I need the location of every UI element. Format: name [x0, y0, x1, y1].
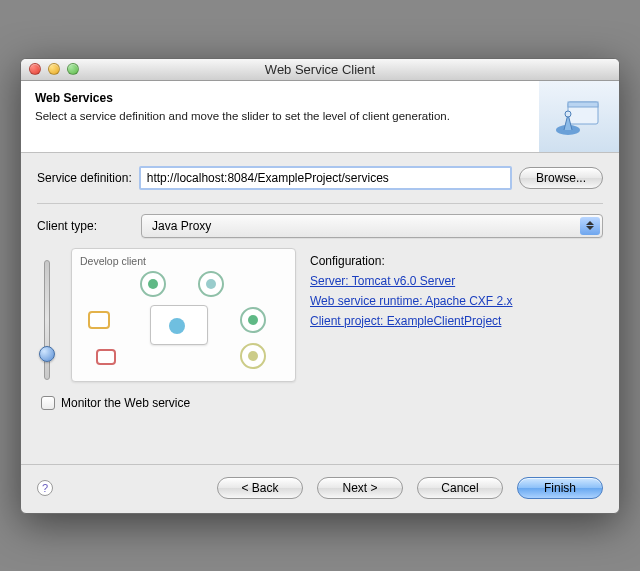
- slider-thumb[interactable]: [39, 346, 55, 362]
- wizard-banner: Web Services Select a service definition…: [21, 81, 619, 153]
- runtime-link[interactable]: Web service runtime: Apache CXF 2.x: [310, 294, 603, 308]
- window-title: Web Service Client: [21, 62, 619, 77]
- banner-heading: Web Services: [35, 91, 605, 105]
- titlebar: Web Service Client: [21, 59, 619, 81]
- cancel-button[interactable]: Cancel: [417, 477, 503, 499]
- svg-rect-1: [568, 102, 598, 107]
- wizard-window: Web Service Client Web Services Select a…: [20, 58, 620, 514]
- service-definition-row: Service definition: Browse...: [37, 167, 603, 189]
- configuration-column: Configuration: Server: Tomcat v6.0 Serve…: [310, 248, 603, 382]
- service-definition-label: Service definition:: [37, 171, 132, 185]
- window-controls: [21, 63, 79, 75]
- close-icon[interactable]: [29, 63, 41, 75]
- minimize-icon[interactable]: [48, 63, 60, 75]
- banner-description: Select a service definition and move the…: [35, 109, 475, 125]
- separator: [37, 203, 603, 204]
- wizard-content: Service definition: Browse... Client typ…: [21, 153, 619, 418]
- footer-buttons: < Back Next > Cancel Finish: [217, 477, 603, 499]
- service-definition-input[interactable]: [140, 167, 511, 189]
- client-type-row: Client type: Java Proxy: [37, 214, 603, 238]
- client-preview-box: Develop client: [71, 248, 296, 382]
- configuration-heading: Configuration:: [310, 254, 603, 268]
- next-button[interactable]: Next >: [317, 477, 403, 499]
- client-project-link[interactable]: Client project: ExampleClientProject: [310, 314, 603, 328]
- generation-level-slider[interactable]: [44, 260, 50, 380]
- generation-slider-column: [37, 248, 57, 382]
- select-arrows-icon: [580, 217, 600, 235]
- wizard-footer: ? < Back Next > Cancel Finish: [21, 465, 619, 513]
- monitor-label: Monitor the Web service: [61, 396, 190, 410]
- back-button[interactable]: < Back: [217, 477, 303, 499]
- monitor-row: Monitor the Web service: [41, 396, 603, 410]
- banner-image: [539, 81, 619, 152]
- lifecycle-diagram: [80, 271, 287, 371]
- zoom-icon[interactable]: [67, 63, 79, 75]
- preview-stage-label: Develop client: [80, 255, 287, 267]
- monitor-checkbox[interactable]: [41, 396, 55, 410]
- config-area: Develop client Configuration: Server: To…: [37, 248, 603, 382]
- finish-button[interactable]: Finish: [517, 477, 603, 499]
- server-link[interactable]: Server: Tomcat v6.0 Server: [310, 274, 603, 288]
- client-type-select[interactable]: Java Proxy: [141, 214, 603, 238]
- svg-point-3: [565, 111, 571, 117]
- web-service-icon: [554, 94, 604, 138]
- client-type-value: Java Proxy: [152, 219, 211, 233]
- help-icon[interactable]: ?: [37, 480, 53, 496]
- client-type-label: Client type:: [37, 219, 133, 233]
- browse-button[interactable]: Browse...: [519, 167, 603, 189]
